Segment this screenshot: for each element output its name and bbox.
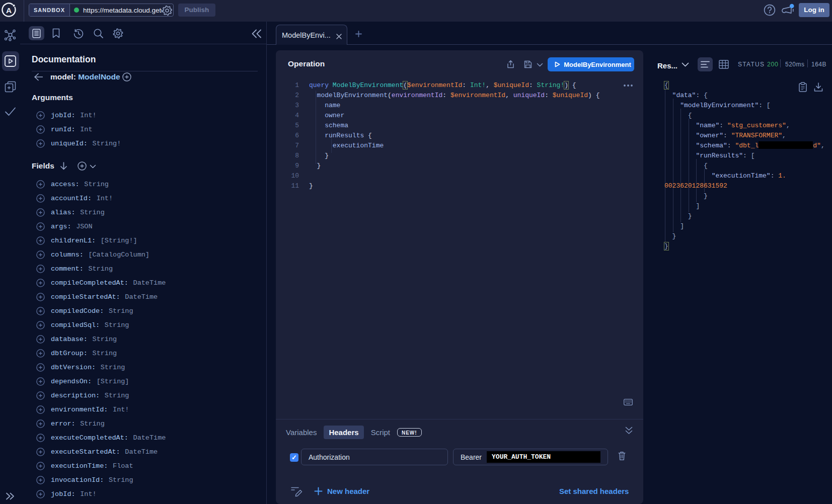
svg-text:A: A: [6, 6, 12, 15]
